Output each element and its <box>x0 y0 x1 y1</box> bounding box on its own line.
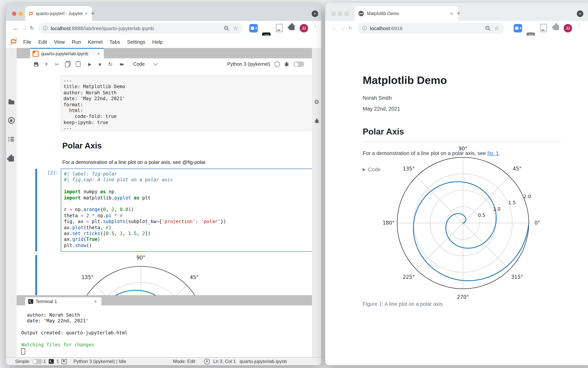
code-cell-editor[interactable]: #| label: fig-polar#| fig.cap: A line pl… <box>61 168 312 252</box>
menu-item-kernel[interactable]: Kernel <box>84 39 106 45</box>
markdown-heading: Polar Axis <box>62 141 102 150</box>
browser-tab[interactable]: Matplotlib Demo × <box>355 6 458 21</box>
paste-cells-button[interactable] <box>75 58 81 70</box>
copy-cells-button[interactable] <box>65 58 71 70</box>
menu-item-help[interactable]: Help <box>149 39 166 45</box>
tab-title: quarto-jupyterl - JupyterLab <box>36 11 83 16</box>
running-sessions-icon[interactable] <box>6 117 17 124</box>
simple-interface-toggle[interactable] <box>32 359 42 364</box>
forward-icon[interactable]: → <box>340 25 346 31</box>
close-window-button[interactable] <box>331 12 336 16</box>
svg-text:135°: 135° <box>403 166 415 172</box>
reader-extension-icon[interactable] <box>539 24 548 32</box>
simple-mode-toggle[interactable] <box>293 62 304 67</box>
run-cell-button[interactable]: ▶ <box>87 58 93 70</box>
notebook-dock-tab[interactable]: quarto-jupyterlab.ipynb × <box>30 48 104 58</box>
svg-text:180°: 180° <box>383 220 395 226</box>
code-line: #| fig.cap: A line plot on a polar axis <box>64 177 312 183</box>
kernel-status-icon[interactable] <box>274 62 280 67</box>
address-bar[interactable]: ⓘ localhost:8888/lab/tree/quarto-jupyter… <box>38 23 243 34</box>
forward-icon[interactable]: → <box>21 25 27 31</box>
yaml-line: author: Norah Smith <box>64 90 312 96</box>
menu-item-settings[interactable]: Settings <box>124 39 149 45</box>
trust-shield-icon[interactable]: ✕ <box>204 359 210 364</box>
extension-manager-icon[interactable] <box>6 155 17 162</box>
tab-search-button[interactable]: ▼ <box>312 10 318 17</box>
reload-icon[interactable]: ↻ <box>348 25 353 31</box>
maximize-window-button[interactable] <box>345 12 349 16</box>
zoom-extension-icon[interactable] <box>249 24 258 32</box>
terminal-count-icon[interactable]: $_ <box>48 359 54 364</box>
code-fold-summary[interactable]: Code <box>363 167 381 172</box>
jupyterlab-statusbar: Simple 1 $_ 1 Python 3 (ipykernel) | Idl… <box>6 357 321 365</box>
mode-indicator[interactable]: Mode: Edit <box>173 358 195 365</box>
back-icon[interactable]: ← <box>331 25 337 31</box>
menu-item-file[interactable]: File <box>20 39 35 45</box>
yaml-line: keep-ipynb: true <box>64 120 312 126</box>
code-line: ax.plot(theta, r) <box>64 225 312 231</box>
minimize-window-button[interactable] <box>19 12 23 16</box>
close-window-button[interactable] <box>12 12 16 16</box>
menu-item-run[interactable]: Run <box>68 39 85 45</box>
site-info-icon[interactable]: ⓘ <box>43 25 48 31</box>
quarto-rendered-page: Matplotlib Demo Norah Smith May 22nd, 20… <box>325 36 588 365</box>
yaml-raw-cell[interactable]: ---title: Matplotlib Demoauthor: Norah S… <box>61 75 312 131</box>
address-bar[interactable]: ⓘ localhost:6916 ☆ <box>358 23 504 34</box>
browser-menu-icon[interactable]: ⋮ <box>313 24 316 32</box>
terminal-tab-title: Terminal 1 <box>36 299 57 304</box>
profile-avatar[interactable]: JJ <box>564 24 572 32</box>
yaml-line: title: Matplotlib Demo <box>64 84 312 90</box>
tab-close-icon[interactable]: × <box>449 11 454 16</box>
new-tab-button[interactable]: + <box>91 10 95 17</box>
terminal-tab[interactable]: $_ Terminal 1 × <box>25 297 101 306</box>
new-tab-button[interactable]: + <box>457 10 461 17</box>
menu-item-tabs[interactable]: Tabs <box>106 39 124 45</box>
terminal-tabbar: $_ Terminal 1 × <box>17 295 312 306</box>
kernel-count-icon[interactable] <box>62 359 67 364</box>
back-icon[interactable]: ← <box>13 25 19 31</box>
kernel-status-text[interactable]: Python 3 (ipykernel) | Idle <box>74 358 126 365</box>
cell-type-chevron-icon[interactable] <box>153 58 158 70</box>
minimize-window-button[interactable] <box>338 12 342 16</box>
zoom-out-icon[interactable] <box>485 26 490 31</box>
save-button[interactable] <box>33 58 39 70</box>
bookmark-star-icon[interactable]: ☆ <box>494 25 499 32</box>
browser-menu-icon[interactable]: ⋮ <box>577 24 580 32</box>
tab-search-button[interactable]: ▼ <box>577 10 583 17</box>
property-inspector-gear-icon[interactable]: ⚙ <box>312 99 321 106</box>
file-browser-icon[interactable] <box>6 99 17 104</box>
input-collapser[interactable] <box>35 168 37 252</box>
svg-text:315°: 315° <box>511 274 523 280</box>
reload-icon[interactable]: ↻ <box>30 25 34 31</box>
terminal-tab-close-icon[interactable]: × <box>93 299 98 304</box>
dock-tab-close-icon[interactable]: × <box>96 51 101 56</box>
cell-output-plot: 0°45°90°135°180°225°270°315°0.51.01.52.0 <box>61 255 312 295</box>
extensions-puzzle-icon[interactable] <box>552 24 560 32</box>
tab-close-icon[interactable]: × <box>83 11 89 16</box>
restart-run-all-button[interactable]: ▶▶ <box>118 58 125 70</box>
svg-text:90°: 90° <box>459 146 467 152</box>
debugger-bug-icon[interactable] <box>312 118 321 124</box>
output-collapser[interactable] <box>35 255 37 295</box>
bookmark-star-icon[interactable]: ☆ <box>233 25 238 32</box>
restart-kernel-button[interactable]: ↻ <box>107 58 113 70</box>
menu-item-edit[interactable]: Edit <box>35 39 50 45</box>
zoom-out-icon[interactable] <box>223 26 229 31</box>
browser-tab[interactable]: quarto-jupyterl - JupyterLab × <box>25 6 92 21</box>
notebook-content: ---title: Matplotlib Demoauthor: Norah S… <box>17 70 312 295</box>
kernel-name[interactable]: Python 3 (ipykernel) <box>227 62 270 67</box>
site-info-icon[interactable]: ⓘ <box>362 25 367 31</box>
table-of-contents-icon[interactable] <box>6 137 17 142</box>
debug-toggle-icon[interactable] <box>284 62 289 67</box>
menu-item-view[interactable]: View <box>50 39 68 45</box>
extensions-puzzle-icon[interactable] <box>288 24 296 32</box>
cut-cells-button[interactable]: ✂ <box>54 58 60 70</box>
reader-extension-icon[interactable] <box>275 24 283 32</box>
stop-kernel-button[interactable]: ■ <box>97 58 103 70</box>
zoom-extension-icon[interactable] <box>514 24 522 32</box>
add-cell-button[interactable]: + <box>43 58 49 70</box>
cell-type-dropdown[interactable]: Code <box>131 58 147 70</box>
terminal-output[interactable]: author: Norah Smith date: 'May 22nd, 202… <box>17 305 312 358</box>
profile-avatar[interactable]: JJ <box>300 24 308 32</box>
cursor-position[interactable]: Ln 3, Col 1 <box>213 358 236 365</box>
